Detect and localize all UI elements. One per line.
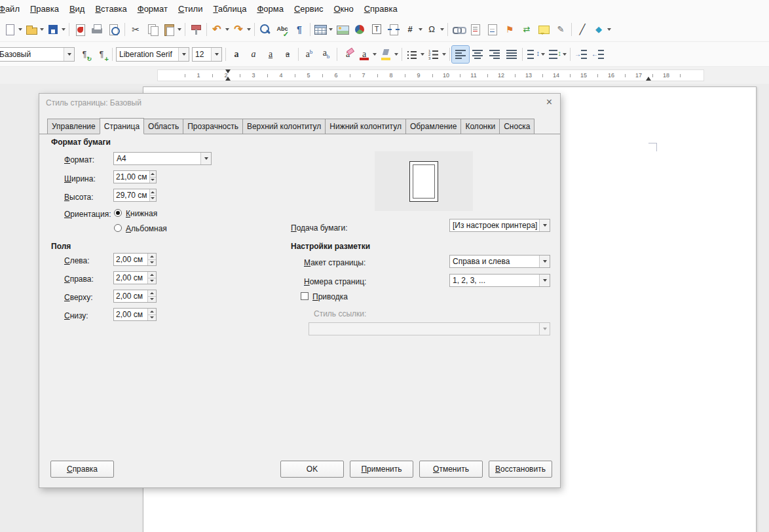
menu-item-0[interactable]: Файл — [0, 1, 25, 16]
spin-down-icon[interactable] — [148, 314, 156, 321]
unordered-list-button[interactable] — [404, 46, 426, 63]
ordered-list-button[interactable] — [426, 46, 447, 63]
strikethrough-button[interactable]: а — [279, 46, 296, 63]
margin-bottom-input[interactable]: 2,00 см — [113, 308, 157, 321]
dropdown-arrow-icon[interactable] — [419, 46, 425, 63]
tab-5[interactable]: Нижний колонтитул — [325, 119, 406, 134]
hyperlink-button[interactable] — [450, 21, 467, 38]
line-spacing-button[interactable] — [525, 46, 546, 63]
superscript-button[interactable]: a — [301, 46, 318, 63]
menu-item-4[interactable]: Формат — [132, 1, 173, 16]
insert-chart-button[interactable] — [351, 21, 368, 38]
dropdown-arrow-icon[interactable] — [224, 21, 230, 38]
dropdown-arrow-icon[interactable] — [539, 219, 550, 231]
font-name-combo[interactable]: Liberation Serif — [116, 47, 189, 62]
insert-footnote-button[interactable] — [467, 21, 484, 38]
undo-button[interactable]: ↶ — [209, 21, 231, 38]
register-true-checkbox[interactable] — [301, 292, 309, 300]
subscript-button[interactable]: a — [318, 46, 335, 63]
print-button[interactable] — [88, 21, 105, 38]
menu-item-9[interactable]: Окно — [328, 1, 358, 16]
formatting-marks-button[interactable]: ¶ — [291, 21, 308, 38]
export-pdf-button[interactable] — [71, 21, 88, 38]
bookmark-button[interactable]: ⚑ — [501, 21, 518, 38]
align-right-button[interactable] — [486, 46, 503, 63]
close-icon[interactable]: × — [546, 96, 552, 108]
margin-right-input[interactable]: 2,00 см — [113, 271, 157, 284]
tab-3[interactable]: Прозрачность — [183, 119, 243, 134]
dropdown-arrow-icon[interactable] — [539, 256, 550, 267]
tab-1[interactable]: Страница — [100, 118, 144, 134]
font-size-combo[interactable]: 12 — [192, 47, 222, 62]
insert-endnote-button[interactable] — [484, 21, 501, 38]
insert-image-button[interactable] — [334, 21, 351, 38]
cut-button[interactable]: ✂ — [127, 21, 144, 38]
help-button[interactable]: Справка — [50, 461, 114, 478]
track-changes-button[interactable]: ✎ — [552, 21, 569, 38]
dropdown-arrow-icon[interactable] — [328, 21, 333, 38]
basic-shapes-button[interactable]: ◆ — [591, 21, 612, 38]
orientation-portrait-radio[interactable] — [114, 209, 122, 217]
dropdown-arrow-icon[interactable] — [178, 48, 189, 61]
spin-up-icon[interactable] — [150, 171, 156, 177]
align-left-button[interactable] — [452, 46, 469, 63]
dropdown-arrow-icon[interactable] — [17, 21, 23, 38]
paper-width-input[interactable]: 21,00 см — [113, 170, 157, 183]
menu-item-10[interactable]: Справка — [359, 1, 403, 16]
spin-down-icon[interactable] — [150, 177, 156, 183]
align-justify-button[interactable] — [503, 46, 520, 63]
paper-format-select[interactable]: A4 — [113, 152, 212, 165]
cancel-button[interactable]: Отменить — [419, 461, 483, 478]
menu-item-6[interactable]: Таблица — [208, 1, 252, 16]
page-numbers-select[interactable]: 1, 2, 3, ... — [449, 274, 550, 287]
register-true-label[interactable]: Приводка — [312, 292, 348, 301]
paragraph-style-combo[interactable]: Базовый — [0, 47, 75, 62]
dropdown-arrow-icon[interactable] — [39, 21, 45, 38]
dropdown-arrow-icon[interactable] — [417, 21, 423, 38]
update-style-button[interactable]: ¶ — [76, 46, 93, 63]
decrease-indent-button[interactable] — [590, 46, 607, 63]
spin-up-icon[interactable] — [148, 272, 156, 278]
insert-table-button[interactable] — [312, 21, 334, 38]
tab-4[interactable]: Верхний колонтитул — [242, 119, 326, 134]
spin-up-icon[interactable] — [150, 189, 156, 195]
menu-item-1[interactable]: Правка — [25, 1, 64, 16]
dropdown-arrow-icon[interactable] — [176, 21, 182, 38]
spin-up-icon[interactable] — [148, 309, 156, 314]
dropdown-arrow-icon[interactable] — [439, 21, 445, 38]
cross-reference-button[interactable]: ⇄ — [518, 21, 535, 38]
menu-item-8[interactable]: Сервис — [289, 1, 329, 16]
horizontal-ruler[interactable]: 123456789101112131415161718 — [0, 67, 769, 84]
dropdown-arrow-icon[interactable] — [246, 21, 252, 38]
save-button[interactable] — [45, 21, 67, 38]
dropdown-arrow-icon[interactable] — [211, 48, 221, 61]
dropdown-arrow-icon[interactable] — [561, 46, 567, 63]
dropdown-arrow-icon[interactable] — [393, 46, 399, 63]
paper-tray-select[interactable]: [Из настроек принтера] — [449, 219, 550, 232]
spin-up-icon[interactable] — [148, 290, 156, 296]
orientation-portrait-label[interactable]: Книжная — [126, 209, 157, 218]
page-layout-select[interactable]: Справа и слева — [449, 255, 550, 268]
copy-button[interactable] — [144, 21, 161, 38]
page-break-button[interactable] — [385, 21, 402, 38]
tab-8[interactable]: Сноска — [499, 119, 535, 134]
spin-down-icon[interactable] — [150, 195, 156, 202]
clear-formatting-button[interactable]: а — [339, 46, 356, 63]
ok-button[interactable]: OK — [280, 461, 344, 478]
font-color-button[interactable]: а — [356, 46, 378, 63]
dialog-titlebar[interactable]: Стиль страницы: Базовый × — [39, 94, 560, 112]
spelling-button[interactable]: Abc — [274, 21, 291, 38]
dropdown-arrow-icon[interactable] — [539, 275, 550, 286]
right-indent-marker[interactable] — [646, 77, 651, 81]
menu-item-5[interactable]: Стили — [173, 1, 208, 16]
margin-top-input[interactable]: 2,00 см — [113, 290, 157, 303]
spin-down-icon[interactable] — [148, 296, 156, 303]
menu-item-3[interactable]: Вставка — [90, 1, 132, 16]
italic-button[interactable]: а — [245, 46, 262, 63]
underline-button[interactable]: а — [262, 46, 279, 63]
tab-6[interactable]: Обрамление — [405, 119, 461, 134]
dropdown-arrow-icon[interactable] — [441, 46, 447, 63]
paper-height-input[interactable]: 29,70 см — [113, 189, 157, 202]
tab-2[interactable]: Область — [143, 119, 183, 134]
insert-textbox-button[interactable]: T — [368, 21, 385, 38]
